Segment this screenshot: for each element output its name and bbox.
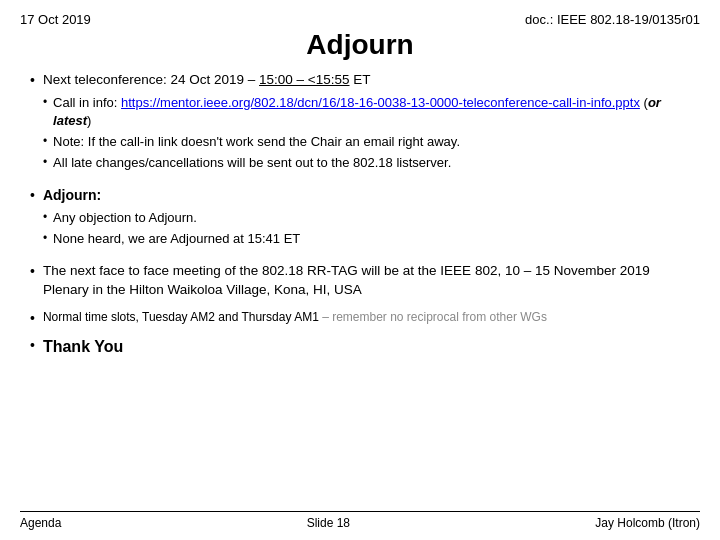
sub-bullet-note: • Note: If the call-in link doesn't work… <box>43 133 690 151</box>
slide-content: • Next teleconference: 24 Oct 2019 – 15:… <box>20 71 700 511</box>
slide-container: 17 Oct 2019 doc.: IEEE 802.18-19/0135r01… <box>0 0 720 540</box>
bullet-teleconference-content: Next teleconference: 24 Oct 2019 – 15:00… <box>43 71 690 176</box>
bullet-dot-3: • <box>30 263 35 279</box>
sub-dot-1: • <box>43 95 47 109</box>
normal-time-plain: Normal time slots, Tuesday AM2 and Thurs… <box>43 310 319 324</box>
sub-bullets-teleconference: • Call in info: https://mentor.ieee.org/… <box>43 94 690 173</box>
bullet-adjourn: • Adjourn: • Any objection to Adjourn. •… <box>30 186 690 252</box>
footer-right: Jay Holcomb (Itron) <box>595 516 700 530</box>
callin-link[interactable]: https://mentor.ieee.org/802.18/dcn/16/18… <box>121 95 640 110</box>
sub-bullet-none-heard: • None heard, we are Adjourned at 15:41 … <box>43 230 300 248</box>
bullet-thank-you-text: Thank You <box>43 336 123 358</box>
sub-bullet-alllate: • All late changes/cancellations will be… <box>43 154 690 172</box>
header-date: 17 Oct 2019 <box>20 12 91 27</box>
sub-dot-2: • <box>43 134 47 148</box>
title-section: Adjourn <box>20 29 700 61</box>
footer-center: Slide 18 <box>307 516 350 530</box>
bullet-next-face: • The next face to face meeting of the 8… <box>30 262 690 300</box>
bullet-normal-time-text: Normal time slots, Tuesday AM2 and Thurs… <box>43 309 547 326</box>
normal-time-gray: – remember no reciprocal from other WGs <box>319 310 547 324</box>
sub-text-objection: Any objection to Adjourn. <box>53 209 197 227</box>
bullet-dot-1: • <box>30 72 35 88</box>
bullet-teleconference: • Next teleconference: 24 Oct 2019 – 15:… <box>30 71 690 176</box>
slide-title: Adjourn <box>20 29 700 61</box>
bullet-teleconference-text: Next teleconference: 24 Oct 2019 – 15:00… <box>43 72 371 87</box>
time-underline: 15:00 – <15:55 <box>259 72 349 87</box>
slide-footer: Agenda Slide 18 Jay Holcomb (Itron) <box>20 511 700 530</box>
sub-dot-3: • <box>43 155 47 169</box>
bullet-next-face-text: The next face to face meeting of the 802… <box>43 262 690 300</box>
sub-text-callin: Call in info: https://mentor.ieee.org/80… <box>53 94 690 130</box>
header-doc: doc.: IEEE 802.18-19/0135r01 <box>525 12 700 27</box>
sub-bullets-adjourn: • Any objection to Adjourn. • None heard… <box>43 209 300 248</box>
sub-text-alllate: All late changes/cancellations will be s… <box>53 154 451 172</box>
sub-bullet-callin: • Call in info: https://mentor.ieee.org/… <box>43 94 690 130</box>
sub-dot-5: • <box>43 231 47 245</box>
bullet-dot-4: • <box>30 310 35 326</box>
bullet-adjourn-header: Adjourn: <box>43 187 101 203</box>
bullet-normal-time: • Normal time slots, Tuesday AM2 and Thu… <box>30 309 690 326</box>
sub-bullet-objection: • Any objection to Adjourn. <box>43 209 300 227</box>
bullet-dot-5: • <box>30 337 35 353</box>
sub-text-none-heard: None heard, we are Adjourned at 15:41 ET <box>53 230 300 248</box>
bullet-adjourn-content: Adjourn: • Any objection to Adjourn. • N… <box>43 186 300 252</box>
sub-dot-4: • <box>43 210 47 224</box>
bullet-thank-you: • Thank You <box>30 336 690 358</box>
slide-header: 17 Oct 2019 doc.: IEEE 802.18-19/0135r01 <box>20 12 700 27</box>
footer-left: Agenda <box>20 516 61 530</box>
bullet-dot-2: • <box>30 187 35 203</box>
sub-text-note: Note: If the call-in link doesn't work s… <box>53 133 460 151</box>
